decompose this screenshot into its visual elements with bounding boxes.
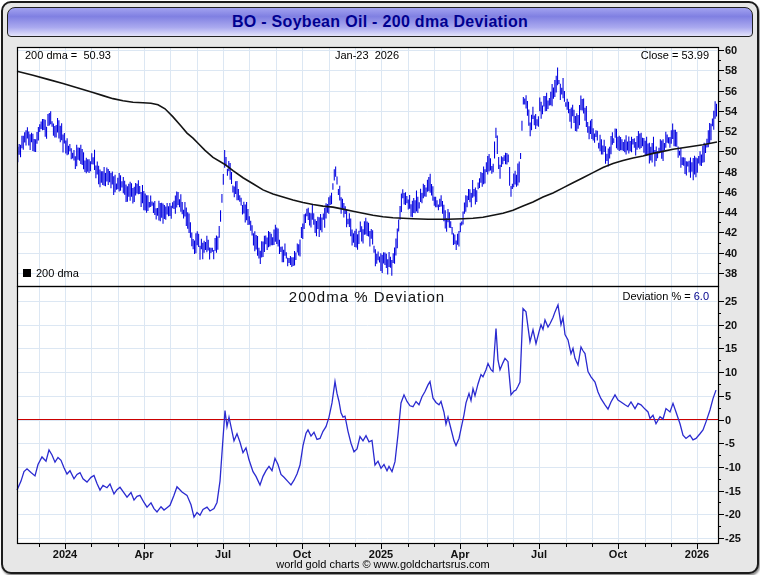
x-axis-label: Apr (135, 548, 154, 560)
y-axis-label: 0 (725, 414, 731, 426)
x-axis-label: Jul (531, 548, 547, 560)
y-axis-label: 5 (725, 390, 731, 402)
y-axis-label: 40 (725, 247, 737, 259)
y-axis-label: 48 (725, 166, 737, 178)
y-axis-label: 52 (725, 125, 737, 137)
y-axis-label: 60 (725, 44, 737, 56)
y-axis-label: -10 (725, 461, 741, 473)
y-axis-label: -5 (725, 437, 735, 449)
ma-value-label: 200 dma = 50.93 (25, 49, 111, 61)
chart-window: BO - Soybean Oil - 200 dma Deviation 200… (1, 1, 759, 574)
x-axis-label: 2024 (53, 548, 77, 560)
y-axis-label: 56 (725, 85, 737, 97)
y-axis-label: -15 (725, 485, 741, 497)
y-axis-label: -25 (725, 532, 741, 544)
close-value-label: Close = 53.99 (641, 49, 709, 61)
x-axis-label: 2026 (685, 548, 709, 560)
legend-200dma: 200 dma (23, 267, 79, 279)
y-axis-label: 54 (725, 105, 737, 117)
y-axis-label: 42 (725, 226, 737, 238)
date-label: Jan-23 2026 (335, 49, 399, 61)
y-axis-label: 50 (725, 145, 737, 157)
legend-label: 200 dma (36, 267, 79, 279)
y-axis-label: 38 (725, 267, 737, 279)
y-axis-label: 25 (725, 295, 737, 307)
y-axis-label: 44 (725, 206, 737, 218)
legend-swatch-icon (23, 269, 31, 277)
deviation-panel-title: 200dma % Deviation (289, 288, 445, 305)
y-axis-label: 20 (725, 319, 737, 331)
footer-credit: world gold charts © www.goldchartsrus.co… (276, 558, 490, 570)
x-axis-label: Jul (215, 548, 231, 560)
x-axis-label: Oct (609, 548, 627, 560)
y-axis-label: 10 (725, 366, 737, 378)
y-axis-label: 15 (725, 342, 737, 354)
y-axis-label: 46 (725, 186, 737, 198)
y-axis-label: 58 (725, 64, 737, 76)
y-axis-label: -20 (725, 508, 741, 520)
deviation-value-label: Deviation % = 6.0 (622, 290, 709, 302)
